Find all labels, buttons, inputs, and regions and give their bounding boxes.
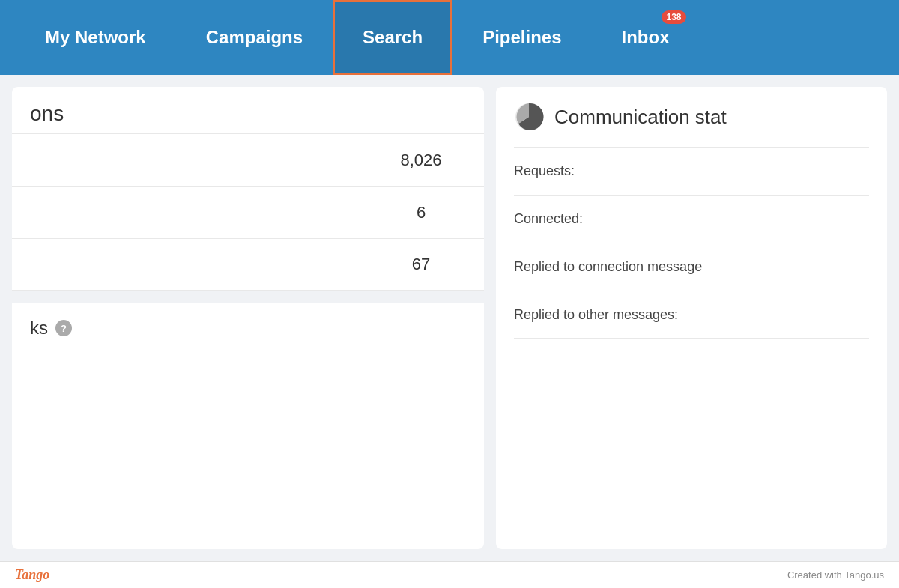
main-content: ons 8,026 6 67 ks ? — [0, 75, 899, 561]
stats-value-2: 6 — [376, 203, 466, 222]
left-panel-section2: ks ? — [12, 303, 484, 354]
nav-my-network[interactable]: My Network — [15, 0, 176, 75]
right-panel: Communication stat Requests: Connected: … — [496, 87, 887, 549]
help-icon[interactable]: ? — [55, 320, 72, 336]
table-row: 6 — [12, 186, 484, 238]
comm-row-connected: Connected: — [514, 195, 869, 243]
right-panel-header: Communication stat — [514, 102, 869, 132]
nav-search-label: Search — [363, 27, 423, 48]
comm-label-replied-other: Replied to other messages: — [514, 307, 678, 323]
inbox-badge: 138 — [662, 10, 685, 24]
nav-my-network-label: My Network — [45, 27, 146, 48]
comm-label-connected: Connected: — [514, 211, 583, 227]
pie-chart-icon — [514, 102, 544, 132]
footer: Tango Created with Tango.us — [0, 561, 899, 588]
navbar: My Network Campaigns Search Pipelines In… — [0, 0, 899, 75]
nav-pipelines[interactable]: Pipelines — [452, 0, 591, 75]
section-divider — [12, 291, 484, 303]
comm-label-requests: Requests: — [514, 163, 575, 179]
section2-title: ks — [30, 318, 48, 339]
stats-value-3: 67 — [376, 255, 466, 274]
table-row: 67 — [12, 238, 484, 291]
nav-search[interactable]: Search — [333, 0, 452, 75]
nav-campaigns-label: Campaigns — [206, 27, 303, 48]
stats-value-1: 8,026 — [376, 151, 466, 170]
nav-pipelines-label: Pipelines — [482, 27, 561, 48]
left-panel-header: ons — [12, 87, 484, 133]
footer-credit: Created with Tango.us — [787, 569, 884, 581]
stats-table: 8,026 6 67 — [12, 133, 484, 291]
section2-header: ks ? — [30, 318, 466, 339]
left-panel: ons 8,026 6 67 ks ? — [12, 87, 484, 549]
nav-inbox[interactable]: Inbox 138 — [592, 0, 700, 75]
footer-logo: Tango — [15, 567, 49, 583]
nav-inbox-label: Inbox — [622, 27, 670, 48]
comm-row-requests: Requests: — [514, 147, 869, 195]
comm-row-replied-other: Replied to other messages: — [514, 291, 869, 339]
nav-campaigns[interactable]: Campaigns — [176, 0, 333, 75]
comm-label-replied-connection: Replied to connection message — [514, 259, 702, 275]
table-row: 8,026 — [12, 133, 484, 186]
comm-row-replied-connection: Replied to connection message — [514, 243, 869, 291]
right-panel-title: Communication stat — [554, 106, 727, 129]
